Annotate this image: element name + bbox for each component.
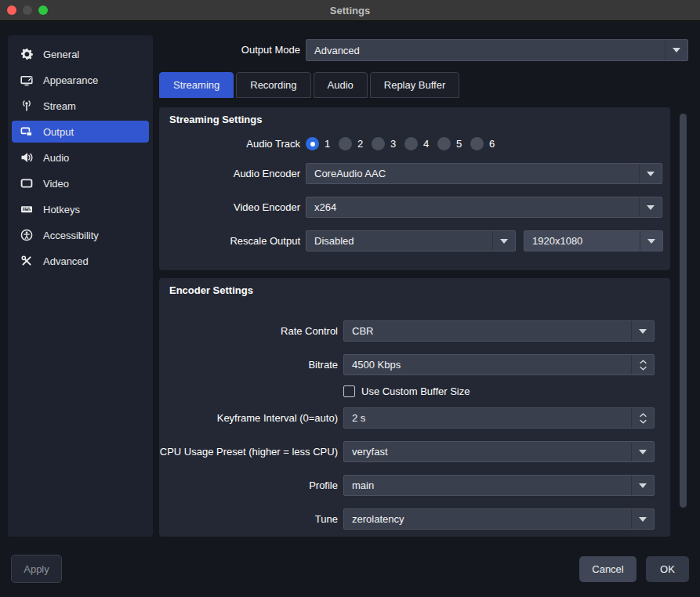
- rate-control-label: Rate Control: [159, 320, 338, 342]
- output-mode-dropdown[interactable]: Advanced: [306, 39, 688, 61]
- video-encoder-dropdown[interactable]: x264: [306, 197, 662, 218]
- spinner-arrows-icon[interactable]: [631, 408, 654, 428]
- chevron-down-icon: [631, 476, 654, 495]
- tab-streaming[interactable]: Streaming: [159, 72, 234, 98]
- sidebar: General Appearance Stream Output Audio V…: [8, 35, 153, 537]
- vertical-scrollbar-thumb[interactable]: [680, 114, 687, 508]
- cancel-button[interactable]: Cancel: [579, 556, 637, 582]
- radio-icon[interactable]: [470, 137, 484, 150]
- apply-button[interactable]: Apply: [11, 555, 62, 583]
- sidebar-item-label: Advanced: [43, 255, 89, 267]
- sidebar-item-hotkeys[interactable]: Hotkeys: [12, 198, 149, 220]
- tune-dropdown[interactable]: zerolatency: [343, 508, 655, 530]
- chevron-down-icon: [631, 321, 654, 341]
- output-mode-label: Output Mode: [159, 39, 300, 61]
- tab-audio[interactable]: Audio: [314, 72, 368, 98]
- audio-encoder-dropdown[interactable]: CoreAudio AAC: [306, 163, 662, 184]
- cpu-usage-preset-value: veryfast: [344, 442, 631, 461]
- antenna-icon: [20, 100, 33, 112]
- chevron-down-icon: [639, 197, 662, 217]
- sidebar-item-label: Audio: [43, 152, 69, 164]
- gear-icon: [20, 48, 33, 60]
- output-icon: [20, 125, 33, 138]
- chevron-down-icon: [631, 442, 654, 461]
- cpu-usage-preset-label: CPU Usage Preset (higher = less CPU): [159, 441, 338, 462]
- sidebar-item-label: Stream: [43, 100, 76, 112]
- radio-icon[interactable]: [437, 137, 451, 150]
- radio-label: 3: [390, 138, 396, 150]
- checkbox-icon[interactable]: [343, 385, 355, 397]
- use-custom-buffer-size-label: Use Custom Buffer Size: [361, 385, 470, 397]
- bitrate-value: 4500 Kbps: [344, 355, 631, 374]
- chevron-down-icon: [639, 164, 662, 183]
- sidebar-item-audio[interactable]: Audio: [12, 147, 149, 168]
- radio-icon[interactable]: [306, 137, 319, 150]
- audio-track-radio-6[interactable]: 6: [470, 137, 495, 150]
- radio-label: 6: [489, 138, 495, 150]
- profile-dropdown[interactable]: main: [343, 475, 655, 496]
- audio-track-radio-4[interactable]: 4: [404, 137, 429, 150]
- bitrate-label: Bitrate: [159, 354, 338, 375]
- rescale-resolution-dropdown[interactable]: 1920x1080: [524, 230, 663, 251]
- sidebar-item-label: Appearance: [43, 74, 98, 86]
- chevron-down-icon: [640, 231, 662, 251]
- radio-label: 2: [357, 138, 363, 150]
- cpu-usage-preset-dropdown[interactable]: veryfast: [343, 441, 655, 462]
- sidebar-item-stream[interactable]: Stream: [12, 95, 149, 117]
- keyframe-interval-label: Keyframe Interval (0=auto): [159, 407, 338, 429]
- sidebar-item-appearance[interactable]: Appearance: [12, 69, 149, 91]
- encoder-settings-title: Encoder Settings: [169, 284, 253, 296]
- keyframe-interval-spinner[interactable]: 2 s: [343, 407, 655, 429]
- sidebar-item-label: Video: [43, 178, 69, 190]
- rescale-resolution-value: 1920x1080: [524, 231, 640, 251]
- tune-label: Tune: [159, 508, 338, 530]
- use-custom-buffer-size-checkbox[interactable]: Use Custom Buffer Size: [343, 385, 470, 397]
- sidebar-item-advanced[interactable]: Advanced: [12, 250, 149, 272]
- radio-icon[interactable]: [339, 137, 352, 150]
- radio-icon[interactable]: [404, 137, 418, 150]
- profile-value: main: [344, 476, 631, 495]
- keyframe-interval-value: 2 s: [344, 408, 631, 428]
- audio-track-radio-1[interactable]: 1: [306, 137, 330, 150]
- spinner-arrows-icon[interactable]: [631, 355, 654, 374]
- rate-control-dropdown[interactable]: CBR: [343, 320, 655, 342]
- window-title: Settings: [0, 0, 700, 21]
- titlebar: Settings: [0, 0, 700, 21]
- radio-label: 1: [325, 138, 330, 150]
- audio-encoder-value: CoreAudio AAC: [306, 164, 639, 183]
- rescale-output-label: Rescale Output: [159, 230, 300, 251]
- sidebar-item-label: General: [43, 49, 79, 60]
- audio-encoder-label: Audio Encoder: [159, 163, 300, 184]
- streaming-settings-title: Streaming Settings: [169, 114, 262, 125]
- ok-button[interactable]: OK: [646, 556, 689, 582]
- output-tabs: Streaming Recording Audio Replay Buffer: [159, 72, 459, 98]
- chevron-down-icon: [631, 509, 654, 529]
- sidebar-item-video[interactable]: Video: [12, 172, 149, 194]
- rescale-output-dropdown[interactable]: Disabled: [306, 230, 516, 251]
- audio-track-radio-5[interactable]: 5: [437, 137, 462, 150]
- sidebar-item-accessibility[interactable]: Accessibility: [12, 224, 149, 246]
- tab-replay-buffer[interactable]: Replay Buffer: [370, 72, 460, 98]
- profile-label: Profile: [159, 475, 338, 496]
- bitrate-spinner[interactable]: 4500 Kbps: [343, 354, 655, 375]
- encoder-settings-panel: Encoder Settings Rate Control CBR Bitrat…: [159, 278, 670, 537]
- sidebar-item-output[interactable]: Output: [12, 121, 149, 143]
- sidebar-item-label: Output: [43, 126, 74, 138]
- display-icon: [20, 177, 33, 190]
- radio-label: 4: [423, 138, 429, 150]
- settings-window: Settings General Appearance Stream Outpu…: [0, 0, 700, 597]
- output-mode-value: Advanced: [306, 40, 665, 60]
- radio-icon[interactable]: [372, 137, 385, 150]
- accessibility-icon: [20, 229, 33, 241]
- audio-track-radio-2[interactable]: 2: [339, 137, 363, 150]
- rate-control-value: CBR: [344, 321, 631, 341]
- audio-track-radio-3[interactable]: 3: [372, 137, 396, 150]
- rescale-output-value: Disabled: [306, 231, 492, 251]
- radio-label: 5: [456, 138, 462, 150]
- sidebar-item-general[interactable]: General: [12, 43, 149, 65]
- chevron-down-icon: [492, 231, 515, 251]
- streaming-settings-panel: Streaming Settings Audio Track 1 2 3 4 5…: [159, 107, 670, 270]
- sidebar-item-label: Accessibility: [43, 230, 99, 241]
- appearance-icon: [20, 74, 33, 86]
- tab-recording[interactable]: Recording: [236, 72, 310, 98]
